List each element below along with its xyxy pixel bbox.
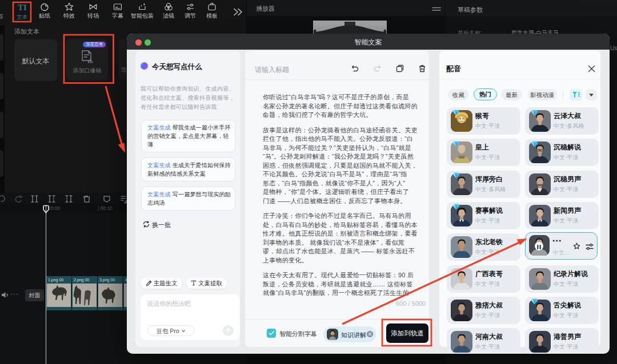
svg-text:2.png 00: 2.png 00 (74, 278, 89, 282)
svg-text:3.png 00: 3.png 00 (99, 278, 115, 282)
svg-text:1.png 00: 1.png 00 (48, 278, 63, 282)
